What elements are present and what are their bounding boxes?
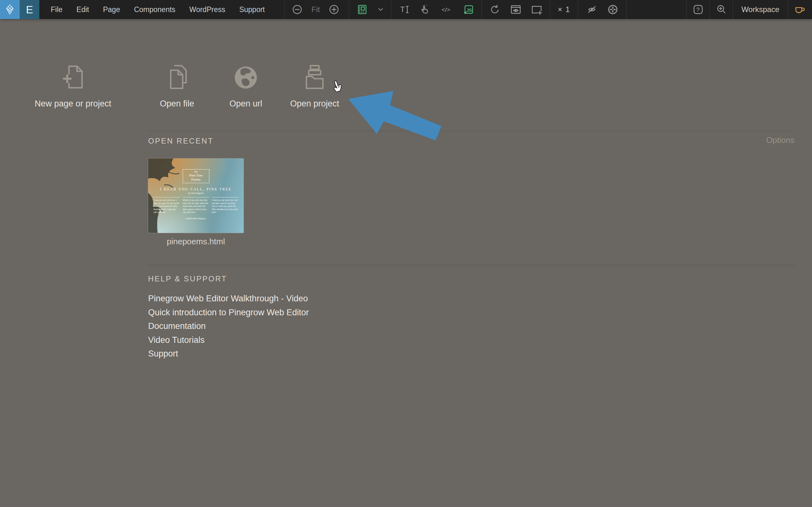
menu-page[interactable]: Page	[96, 0, 127, 19]
question-mark-icon: ?	[692, 3, 705, 16]
eye-slash-icon	[586, 3, 598, 16]
poem-columns: I hear you call, pine tree, I hear you u…	[148, 197, 244, 214]
section-divider	[148, 265, 795, 265]
zoom-fit-button[interactable]: Fit	[308, 5, 324, 14]
open-file-icon	[163, 63, 191, 91]
options-link[interactable]: Options	[766, 135, 795, 145]
action-label: Open url	[229, 99, 262, 109]
link-video-tutorials[interactable]: Video Tutorials	[148, 333, 309, 347]
preview-in-browser-button[interactable]	[505, 0, 526, 19]
code-icon: </>	[440, 3, 454, 16]
thumbnail-page-content: The Pine Tree Poems I HEAR YOU CALL, PIN…	[148, 158, 244, 233]
menubar: File Edit Page Components WordPress Supp…	[44, 0, 272, 19]
page-zoom-group: Fit	[285, 0, 347, 19]
open-url-button[interactable]: Open url	[208, 63, 284, 109]
pinegrow-logo[interactable]	[0, 0, 20, 19]
new-page-icon	[59, 63, 87, 91]
zoom-in-button[interactable]	[323, 0, 345, 19]
coffee-cup-icon	[793, 3, 807, 16]
action-label: Open project	[290, 99, 339, 109]
poem-title: I HEAR YOU CALL, PINE TREE	[160, 187, 232, 191]
svg-text:T: T	[400, 5, 405, 14]
refresh-page-button[interactable]	[484, 0, 505, 19]
recent-file-thumbnail: The Pine Tree Poems I HEAR YOU CALL, PIN…	[148, 158, 244, 233]
menu-components[interactable]: Components	[127, 0, 182, 19]
menu-edit[interactable]: Edit	[69, 0, 96, 19]
zoom-tool-button[interactable]	[710, 0, 733, 19]
menu-support[interactable]: Support	[232, 0, 272, 19]
divider	[626, 0, 627, 19]
layout-grid-icon	[356, 3, 368, 16]
workspace-button[interactable]: Workspace	[733, 5, 788, 14]
poem-byline: by Yone Noguchi	[188, 192, 204, 194]
js-badge-icon: JS	[462, 3, 475, 16]
code-editor-button[interactable]: </>	[436, 0, 458, 19]
link-support[interactable]: Support	[148, 347, 309, 361]
toggle-hidden-elements-button[interactable]	[581, 0, 602, 19]
page-view-mode-button[interactable]	[352, 0, 373, 19]
poem-footer: Created with Pinegrow.	[186, 217, 206, 220]
help-button[interactable]: ?	[687, 0, 710, 19]
globe-icon	[232, 63, 259, 91]
center-view-button[interactable]	[602, 0, 623, 19]
interactions-tool-button[interactable]	[415, 0, 436, 19]
view-mode-dropdown[interactable]	[373, 0, 389, 19]
magnifier-plus-icon	[715, 3, 728, 16]
svg-text:?: ?	[696, 6, 700, 13]
action-label: Open file	[160, 99, 194, 109]
svg-text:</>: </>	[442, 6, 450, 13]
editor-badge[interactable]: E	[20, 0, 39, 19]
new-page-or-project-button[interactable]: New page or project	[29, 63, 117, 109]
browser-eye-icon	[509, 3, 522, 16]
zoom-out-button[interactable]	[287, 0, 308, 19]
pinecone-icon	[3, 3, 16, 16]
text-tool-icon: T	[398, 3, 411, 16]
poem-column: I hear you call, pine tree, but I am bli…	[212, 197, 238, 214]
frame-plus-icon	[530, 3, 543, 16]
javascript-toggle-button[interactable]: JS	[458, 0, 479, 19]
page-zoom-level[interactable]: × 1	[550, 5, 578, 14]
help-links: Pinegrow Web Editor Walkthrough - Video …	[148, 292, 309, 361]
minus-circle-icon	[291, 3, 304, 16]
poem-column: I hear you call, pine tree, I hear you u…	[154, 197, 180, 214]
recent-file-item[interactable]: The Pine Tree Poems I HEAR YOU CALL, PIN…	[148, 158, 244, 246]
open-recent-heading: OPEN RECENT	[148, 136, 213, 146]
action-label: New page or project	[35, 99, 111, 109]
support-coffee-button[interactable]	[788, 0, 812, 19]
recent-file-name: pinepoems.html	[148, 237, 244, 246]
collapse-arrows-icon	[606, 3, 619, 16]
text-editing-tool-button[interactable]: T	[394, 0, 415, 19]
poem-badge: The Pine Tree Poems	[183, 169, 209, 183]
poem-column: What is it you call, pine tree, when the…	[183, 197, 209, 214]
link-documentation[interactable]: Documentation	[148, 320, 309, 333]
annotation-arrow	[346, 88, 444, 143]
menu-file[interactable]: File	[44, 0, 69, 19]
add-page-frame-button[interactable]	[526, 0, 547, 19]
open-file-button[interactable]: Open file	[139, 63, 215, 109]
hand-tap-icon	[419, 3, 432, 16]
refresh-icon	[489, 3, 501, 16]
mouse-cursor-hand	[332, 79, 344, 93]
link-walkthrough-video[interactable]: Pinegrow Web Editor Walkthrough - Video	[148, 292, 309, 306]
plus-circle-icon	[328, 3, 340, 16]
chevron-down-icon	[375, 4, 386, 15]
link-quick-introduction[interactable]: Quick introduction to Pinegrow Web Edito…	[148, 306, 309, 320]
svg-text:JS: JS	[467, 8, 472, 13]
help-support-heading: HELP & SUPPORT	[148, 274, 227, 283]
menu-wordpress[interactable]: WordPress	[183, 0, 232, 19]
project-drawer-icon	[301, 63, 328, 91]
top-toolbar: E File Edit Page Components WordPress Su…	[0, 0, 812, 19]
section-divider	[148, 131, 795, 131]
